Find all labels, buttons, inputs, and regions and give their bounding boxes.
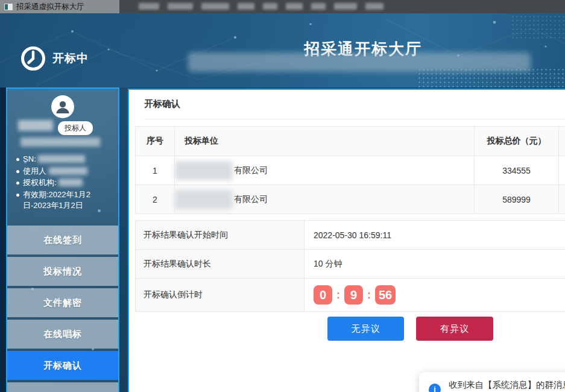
countdown-seconds: 56 xyxy=(375,285,396,305)
objection-button[interactable]: 有异议 xyxy=(416,317,493,341)
sidebar-panel: 投标人 SN: 使用人 授权机构: 有效期:2022年1月2日-2023年1月2… xyxy=(6,87,119,392)
bid-table: 序号 投标单位 投标总价（元） 1 有限公司 334555 2 有限公司 xyxy=(135,126,565,214)
dot-grid-decoration xyxy=(511,14,565,40)
page-background-strip xyxy=(0,87,6,392)
info-icon: i xyxy=(429,384,441,392)
redacted-company-prefix xyxy=(175,190,233,209)
detail-value: 2022-05-30 16:59:11 xyxy=(305,221,565,250)
blurred-menu-item[interactable] xyxy=(238,3,254,10)
confirmation-detail-table: 开标结果确认开始时间 2022-05-30 16:59:11 开标结果确认时长 … xyxy=(135,220,565,312)
column-header-price: 投标总价（元） xyxy=(475,127,559,156)
sidebar-item-online-bid-reading[interactable]: 在线唱标 xyxy=(7,320,118,349)
info-item-user: 使用人 xyxy=(15,166,115,177)
sidebar-item-online-signin[interactable]: 在线签到 xyxy=(7,226,118,254)
redacted-company-name xyxy=(21,138,100,147)
bid-table-header-row: 序号 投标单位 投标总价（元） xyxy=(136,127,565,156)
cell-company: 有限公司 xyxy=(175,185,475,214)
main-content-panel: 开标确认 序号 投标单位 投标总价（元） 1 有限公司 334555 2 xyxy=(128,89,565,392)
detail-label: 开标结果确认时长 xyxy=(136,250,305,279)
column-header-no: 序号 xyxy=(136,127,175,156)
certificate-info-list: SN: 使用人 授权机构: 有效期:2022年1月2日-2023年1月2日 xyxy=(15,154,115,212)
window-tab[interactable]: 招采通虚拟开标大厅 xyxy=(0,0,119,13)
blurred-menu-item[interactable] xyxy=(286,3,303,10)
cell-clipped xyxy=(559,156,565,185)
cell-price: 334555 xyxy=(475,156,559,185)
avatar xyxy=(51,95,74,118)
person-icon xyxy=(54,98,72,116)
column-header-clipped xyxy=(559,127,565,156)
status-label: 开标中 xyxy=(52,51,89,66)
detail-value: 10 分钟 xyxy=(305,250,565,279)
clock-icon xyxy=(21,46,46,71)
sidebar-item-file-decryption[interactable]: 文件解密 xyxy=(7,288,118,317)
no-objection-button[interactable]: 无异议 xyxy=(327,317,404,341)
window-title: 招采通虚拟开标大厅 xyxy=(16,2,84,12)
blurred-menu-item[interactable] xyxy=(201,3,229,10)
message-toast[interactable]: i 收到来自【系统消息】的群消息 xyxy=(419,372,565,392)
table-row: 2 有限公司 589999 xyxy=(136,185,565,214)
bid-status-badge: 开标中 xyxy=(21,46,89,71)
table-row: 1 有限公司 334555 xyxy=(136,156,565,185)
cell-company: 有限公司 xyxy=(175,156,475,185)
sidebar-item-bid-status[interactable]: 投标情况 xyxy=(7,257,118,286)
window-titlebar: 招采通虚拟开标大厅 xyxy=(0,0,565,13)
app-window-icon xyxy=(4,4,13,10)
blurred-host-menu xyxy=(139,3,384,10)
cell-clipped xyxy=(559,185,565,214)
blurred-menu-item[interactable] xyxy=(311,3,326,10)
countdown-separator: : xyxy=(336,289,340,302)
sidebar-menu: 在线签到 投标情况 文件解密 在线唱标 开标确认 xyxy=(7,226,118,392)
detail-row-countdown: 开标确认倒计时 0 : 9 : 56 xyxy=(136,279,565,312)
info-item-sn: SN: xyxy=(15,154,115,165)
countdown-minutes: 9 xyxy=(344,285,363,305)
blurred-menu-item[interactable] xyxy=(168,3,193,10)
redacted-value xyxy=(38,155,85,163)
cell-row-no: 2 xyxy=(136,185,175,214)
detail-row-duration: 开标结果确认时长 10 分钟 xyxy=(136,250,565,279)
blurred-menu-item[interactable] xyxy=(139,3,159,10)
cell-row-no: 1 xyxy=(136,156,175,185)
toast-message: 收到来自【系统消息】的群消息 xyxy=(449,379,565,391)
cell-price: 589999 xyxy=(475,185,559,214)
section-title: 开标确认 xyxy=(144,98,180,110)
countdown-separator: : xyxy=(367,289,371,302)
column-header-company: 投标单位 xyxy=(175,127,475,156)
redacted-username xyxy=(18,120,53,131)
sidebar-item-bid-confirmation[interactable]: 开标确认 xyxy=(7,351,118,380)
info-item-validity: 有效期:2022年1月2日-2023年1月2日 xyxy=(15,189,115,212)
sidebar-item-partial[interactable] xyxy=(7,382,118,392)
blurred-menu-item[interactable] xyxy=(334,3,357,10)
countdown-timer: 0 : 9 : 56 xyxy=(314,285,565,305)
redacted-value xyxy=(58,179,83,186)
blurred-project-name xyxy=(188,52,531,72)
countdown-hours: 0 xyxy=(314,285,332,305)
hall-header: 开标中 招采通开标大厅 xyxy=(0,13,565,87)
redacted-value xyxy=(49,167,87,175)
redacted-company-prefix xyxy=(175,161,233,180)
blurred-menu-item[interactable] xyxy=(263,3,277,10)
divider xyxy=(144,119,565,119)
role-badge: 投标人 xyxy=(58,121,93,135)
detail-value: 0 : 9 : 56 xyxy=(305,279,565,312)
blurred-menu-item[interactable] xyxy=(365,3,384,10)
detail-label: 开标结果确认开始时间 xyxy=(136,221,305,250)
detail-row-start-time: 开标结果确认开始时间 2022-05-30 16:59:11 xyxy=(136,221,565,250)
detail-label: 开标确认倒计时 xyxy=(136,279,305,312)
info-item-authority: 授权机构: xyxy=(15,177,115,189)
